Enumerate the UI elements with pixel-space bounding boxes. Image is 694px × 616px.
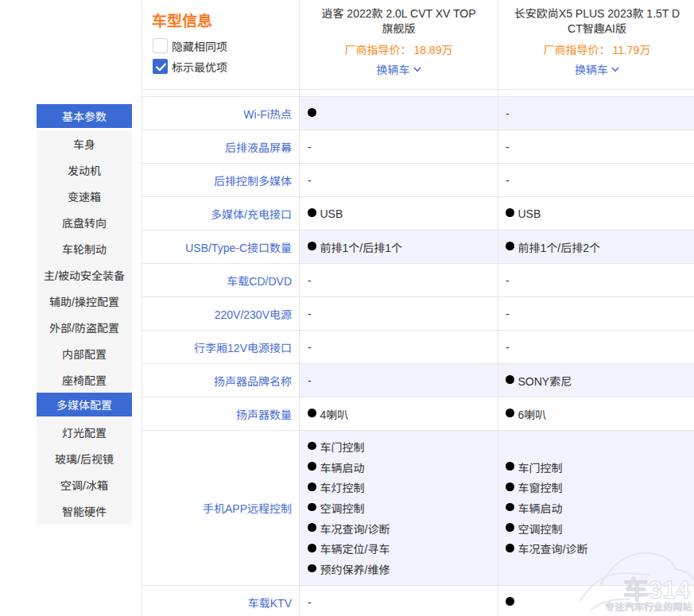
svg-text:专注汽车行业的网站: 专注汽车行业的网站 [605,602,692,613]
svg-text:车314: 车314 [623,575,691,604]
